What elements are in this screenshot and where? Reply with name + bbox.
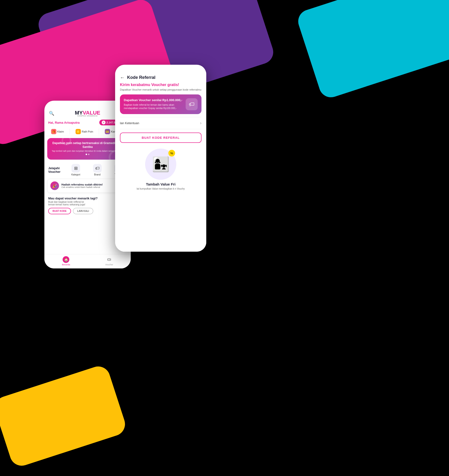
notif-title: Hadiah referralmu sudah dikirim! [61,183,119,186]
bg-teal-shape [295,0,449,100]
divider-1 [70,129,70,134]
illustration-sub: lai kumpulkan Value membagikan k n Vouch… [137,187,185,191]
bg-yellow-shape [0,363,128,469]
dot-1 [86,154,87,155]
banner-sub: Tap tombol raih poin dan tunjukan MyValu… [51,150,124,152]
voucher-card-title: Dapatkan Voucher senilai Rp1.000.000,- [124,98,186,102]
kategori-label: Kategori [71,173,80,176]
lain-kali-button[interactable]: LAIN KALI [73,208,93,214]
app-logo: MYVALUE KOMPAS GRAMEDIA [55,110,120,117]
buat-kode-button[interactable]: BUAT KODE [48,208,71,214]
syarat-row[interactable]: lan Ketentuan › [120,117,201,129]
right-phone: ← Kode Referral Kirim kerabatmu Voucher … [115,65,206,252]
nav-voucher-label: Voucher [105,263,113,266]
voucher-card-sub: Bagikan kode referral ke teman dan kamu … [124,103,186,110]
back-button[interactable]: ← [120,75,125,80]
nav-voucher[interactable]: 🎟 Voucher [105,256,113,266]
klaim-action[interactable]: 🎁 Klaim [51,129,64,134]
kategori-item[interactable]: ⊞ Kategori [71,164,80,176]
raih-icon: ⭐ [76,129,81,134]
voucher-nav-icon: 🎟 [106,256,112,263]
voucher-card-text: Dapatkan Voucher senilai Rp1.000.000,- B… [124,98,186,110]
dot-2 [88,154,89,155]
right-phone-content: ← Kode Referral Kirim kerabatmu Voucher … [115,71,206,252]
phone-notch-left [73,101,102,107]
right-phone-header: ← Kode Referral [115,71,206,83]
illustration-area: 👩‍👧 % Tambah Value Fri lai kumpulkan Val… [120,146,201,193]
notif-icon: 🎉 [50,181,59,190]
points-v-icon: V [102,121,106,124]
voucher-card: Dapatkan Voucher senilai Rp1.000.000,- B… [120,94,201,114]
kategori-icon: ⊞ [71,164,80,173]
illustration-circle: 👩‍👧 % [145,149,176,180]
voucher-section-label: JelajahiVoucher [48,166,65,174]
nav-beranda[interactable]: 🏠 Beranda [62,256,70,266]
klaim-label: Klaim [57,130,64,133]
klaim-icon: 🎁 [51,129,56,134]
brand-icon: 🏷 [93,164,102,173]
search-icon[interactable]: 🔍 [48,110,55,117]
bottom-nav: 🏠 Beranda 🎟 Voucher [44,254,131,268]
badge-icon: % [168,150,175,157]
phone-notch-right [146,65,175,71]
brand-item[interactable]: 🏷 Brand [93,164,102,176]
kartu-icon: 💳 [105,129,110,134]
logo-sub: KOMPAS GRAMEDIA [55,115,120,117]
divider-2 [99,129,99,134]
illustration-title: Tambah Value Fri [146,182,175,186]
brand-label: Brand [94,173,100,176]
notif-sub: Cek emailmu untuk klaim hadiah referral [61,186,119,188]
raih-poin-action[interactable]: ⭐ Raih Poin [76,129,93,134]
syarat-label: lan Ketentuan [120,121,139,125]
notif-text: Hadiah referralmu sudah dikirim! Cek ema… [61,183,119,188]
send-title: Kirim kerabatmu Voucher gratis! [120,83,201,87]
greeting-name: Hai, Rama Arisaputra [48,121,80,124]
send-sub: Dapatkan Voucher menarik untuk setiap pe… [120,88,201,92]
voucher-card-icon: 🏷 [186,98,198,110]
banner-title: Dapatkan poin setiap bertransaksi di Gra… [51,141,124,149]
chevron-right-icon: › [200,121,201,126]
right-phone-title: Kode Referral [127,75,155,80]
buat-kode-referal-button[interactable]: BUAT KODE REFERAL [120,133,201,143]
raih-label: Raih Poin [82,130,93,133]
right-phone-body: Kirim kerabatmu Voucher gratis! Dapatkan… [115,83,206,193]
nav-beranda-label: Beranda [62,263,70,266]
home-icon: 🏠 [63,256,69,263]
